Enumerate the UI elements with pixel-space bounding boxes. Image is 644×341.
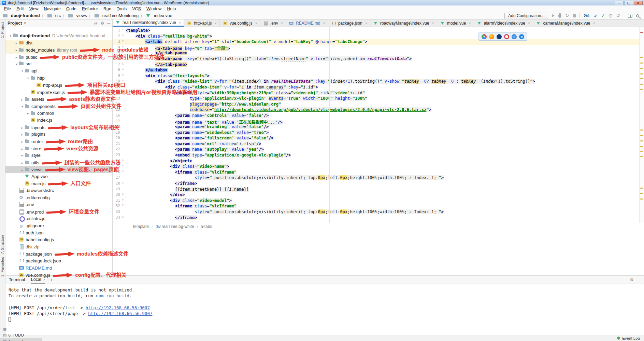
code-editor[interactable]: 1∨2∨3∨4∨5∧6∨7∧8∧9∨10∨11∨12∨1314151617181… xyxy=(113,27,644,223)
tab-model-vue[interactable]: model.vue× xyxy=(437,19,474,27)
tree-row-http-api-js[interactable]: http-api.js项目相关api接口 xyxy=(5,82,112,89)
tree-row-importexcel-js[interactable]: importExcel.js暴露环境变量地址给图片or视频资源路径重组用 xyxy=(5,89,112,96)
tool-strip-favorites[interactable]: 2: Favorites xyxy=(0,257,4,276)
tree-row-utils[interactable]: ▸utils封装的一些公共函数方法 xyxy=(5,159,112,166)
terminal-link[interactable]: http://192.168.66.56:9007 xyxy=(86,305,150,310)
tab-http-api-js[interactable]: http-api.js× xyxy=(184,19,219,27)
error-stripe[interactable] xyxy=(639,27,644,223)
history-icon[interactable]: ◷ xyxy=(609,13,613,18)
minimize-panel-icon[interactable]: ─ xyxy=(638,277,641,282)
tree-row-duoji-frontend[interactable]: ▾duoji-frontendD:\zheheWeb\duoji-fronten… xyxy=(5,32,112,40)
menu-item-help[interactable]: Help xyxy=(164,6,178,11)
coverage-icon[interactable]: ↻ xyxy=(565,13,569,18)
stripe-mark-icon[interactable] xyxy=(640,199,643,200)
tree-row-main-js[interactable]: main.js入口文件 xyxy=(5,180,112,187)
editor-breadcrumb-item[interactable]: template xyxy=(133,224,149,229)
chevron-right-icon[interactable]: ▸ xyxy=(14,54,19,61)
close-icon[interactable]: × xyxy=(365,21,367,25)
close-icon[interactable]: × xyxy=(432,21,434,25)
stripe-mark-icon[interactable] xyxy=(640,73,643,74)
menu-item-file[interactable]: File xyxy=(1,6,14,11)
maximize-button[interactable]: ▢ xyxy=(624,1,633,5)
breadcrumb-item-views[interactable]: views xyxy=(68,13,87,18)
close-button[interactable]: × xyxy=(634,1,643,5)
stripe-mark-icon[interactable] xyxy=(640,188,643,189)
chevron-right-icon[interactable]: ▸ xyxy=(14,40,19,47)
gear-icon[interactable]: ⚙ xyxy=(630,277,634,282)
stripe-mark-icon[interactable] xyxy=(640,63,643,64)
project-panel-title[interactable]: Project xyxy=(8,21,22,26)
fold-icon[interactable]: ∨ xyxy=(120,204,126,209)
menu-item-edit[interactable]: Edit xyxy=(14,6,27,11)
stripe-mark-icon[interactable] xyxy=(640,84,643,85)
rollback-icon[interactable]: ↺ xyxy=(616,13,620,18)
menu-item-vcs[interactable]: VCS xyxy=(129,6,144,11)
stripe-mark-icon[interactable] xyxy=(640,129,643,131)
tree-row-common[interactable]: ▸common xyxy=(5,110,112,117)
stripe-mark-icon[interactable] xyxy=(640,135,643,136)
tab-alarmvideos-index-vue[interactable]: alarmVideos\index.vue× xyxy=(474,19,533,27)
menu-item-run[interactable]: Run xyxy=(101,6,114,11)
tree-row-package-json[interactable]: package.jsonmodules依赖描述文件 xyxy=(5,250,112,258)
stripe-mark-icon[interactable] xyxy=(640,140,643,141)
statusbar-item-grid[interactable]: ▦ xyxy=(0,326,42,332)
hide-panel-icon[interactable]: ─ xyxy=(107,21,110,26)
chevron-down-icon[interactable]: ▾ xyxy=(26,75,30,82)
menu-item-code[interactable]: Code xyxy=(63,6,79,11)
close-icon[interactable]: × xyxy=(593,21,595,25)
stripe-mark-icon[interactable] xyxy=(640,89,643,90)
menu-item-tools[interactable]: Tools xyxy=(114,6,129,11)
ie-dark-icon[interactable] xyxy=(497,34,502,39)
stop-icon[interactable] xyxy=(573,14,576,17)
close-icon[interactable]: × xyxy=(528,21,530,25)
fold-icon[interactable]: ∧ xyxy=(120,192,126,198)
fold-icon[interactable]: ∧ xyxy=(120,62,126,68)
tree-row--editorconfig[interactable]: .editorconfig xyxy=(5,194,112,202)
git-update-icon[interactable]: ↙ xyxy=(594,13,598,18)
fold-icon[interactable]: ∨ xyxy=(120,164,126,170)
menu-item-refactor[interactable]: Refactor xyxy=(79,6,101,11)
stripe-mark-icon[interactable] xyxy=(640,146,643,147)
tree-row-index-js[interactable]: index.js xyxy=(5,117,112,124)
tree-row-store[interactable]: ▸storevuex公共资源 xyxy=(5,145,112,152)
breadcrumb-item-realtimemonitoring[interactable]: realTimeMonitoring xyxy=(94,13,139,18)
firefox-icon[interactable] xyxy=(489,34,494,39)
tree-row-babel-config-js[interactable]: babel.config.js xyxy=(5,236,112,244)
tree-row-assets[interactable]: ▸assetsassets静态资源文件 xyxy=(5,96,112,103)
fold-icon[interactable]: ∧ xyxy=(120,181,126,187)
chevron-right-icon[interactable]: ▸ xyxy=(20,160,25,167)
chevron-down-icon[interactable]: ▾ xyxy=(8,32,13,40)
tree-row-vue-config-js[interactable]: vue.config.jsconfig配置、代理相关 xyxy=(5,272,112,279)
tree-row-views[interactable]: ▸viewsview视图、pages页面 xyxy=(5,166,112,173)
tree-row--gitignore[interactable]: .gitignore xyxy=(5,222,112,230)
chevron-right-icon[interactable]: ▸ xyxy=(20,146,25,153)
statusbar-item-terminal[interactable]: ▥Terminal xyxy=(0,338,42,341)
chevron-right-icon[interactable]: ▸ xyxy=(20,96,25,104)
editor-breadcrumb-item[interactable]: div.realTime.bg-white xyxy=(156,224,194,229)
tree-row-node_modules[interactable]: ▸node_moduleslibrary rootnode_modules依赖 xyxy=(5,46,112,54)
tree-row--browserslistrc[interactable]: .browserslistrc xyxy=(5,187,112,194)
tab--env[interactable]: .env× xyxy=(260,19,286,27)
tree-row-style[interactable]: ▸style xyxy=(5,152,112,159)
menu-item-navigate[interactable]: Navigate xyxy=(41,6,63,11)
tree-row-public[interactable]: ▸publicpublic资源文件夹，一般放引用的第三方插件 xyxy=(5,54,112,61)
search-everywhere-icon[interactable] xyxy=(636,14,639,17)
statusbar-item-6-todo[interactable]: ▤6: TODO xyxy=(0,332,42,338)
tab-vue-config-js[interactable]: vue.config.js× xyxy=(220,19,260,27)
fold-icon[interactable]: ∨ xyxy=(120,28,126,34)
fold-icon[interactable]: ∨ xyxy=(120,39,126,45)
tree-row-app-vue[interactable]: App.vue xyxy=(5,173,112,180)
close-icon[interactable]: × xyxy=(179,21,181,25)
tree-row-plugins[interactable]: ▸plugins xyxy=(5,131,112,138)
editor-breadcrumb-item[interactable]: a-tabs xyxy=(201,224,212,229)
tree-row-layouts[interactable]: ▸layoutslayouts全局布局相关 xyxy=(5,124,112,131)
fold-icon[interactable]: ∨ xyxy=(120,73,126,79)
close-icon[interactable]: × xyxy=(469,21,471,25)
git-commit-icon[interactable]: ✓ xyxy=(601,13,605,18)
tree-row--env[interactable]: .env xyxy=(5,201,112,208)
chevron-right-icon[interactable]: ▸ xyxy=(20,167,25,174)
stripe-mark-icon[interactable] xyxy=(640,151,643,152)
menu-item-window[interactable]: Window xyxy=(144,6,164,11)
tree-row-dist[interactable]: ▸dist xyxy=(5,40,112,47)
fold-icon[interactable]: ∧ xyxy=(120,68,126,73)
